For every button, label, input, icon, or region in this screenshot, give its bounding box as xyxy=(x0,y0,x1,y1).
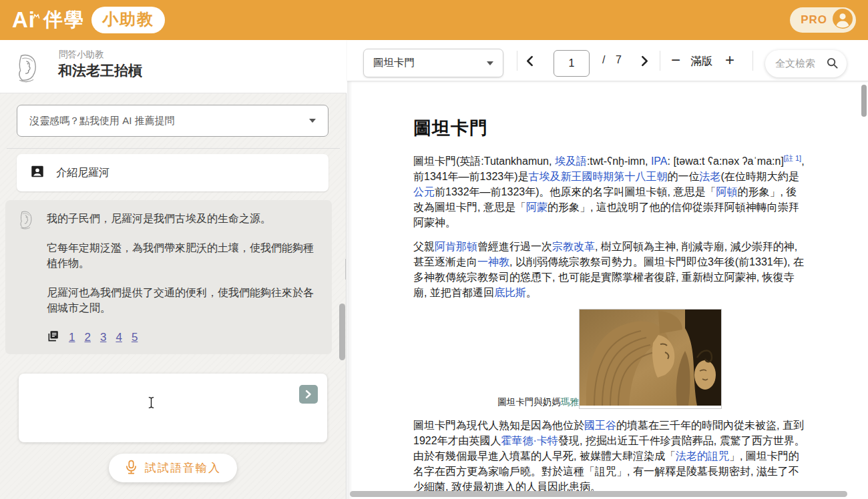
suggestion-dropdown-label: 沒靈感嗎？點我使用 AI 推薦提問 xyxy=(29,115,175,127)
viewer-toolbar: 圖坦卡門 / 7 − 滿版 + 全文檢索 xyxy=(347,40,868,81)
article-link[interactable]: 國王谷 xyxy=(584,420,616,431)
article-link[interactable]: 法老的詛咒 xyxy=(676,450,729,462)
document-select-label: 圖坦卡門 xyxy=(373,56,415,70)
assistant-title: 和法老王抬槓 xyxy=(58,61,142,80)
text-cursor-icon xyxy=(147,396,156,412)
zoom-out-button[interactable]: − xyxy=(670,49,682,71)
article-link[interactable]: IPA xyxy=(651,155,668,167)
logo-badge: 小助教 xyxy=(91,7,165,33)
user-message-card: 介紹尼羅河 xyxy=(17,154,329,191)
chat-input-area[interactable] xyxy=(19,374,327,442)
toolbar-divider xyxy=(517,51,517,71)
article-link[interactable]: [註 1] xyxy=(784,154,801,162)
fit-width-button[interactable]: 滿版 xyxy=(690,54,712,69)
toolbar-divider xyxy=(660,51,660,71)
article-paragraph-2: 父親阿肯那頓曾經進行過一次宗教改革, 樹立阿頓為主神, 削減寺廟, 減少崇拜的神… xyxy=(413,239,806,300)
chat-header: 問答小助教 和法老王抬槓 xyxy=(0,40,347,93)
app-header: Ai 伴學 小助教 PRO xyxy=(0,0,868,40)
pharaoh-avatar-small xyxy=(16,209,36,229)
chevron-down-icon xyxy=(487,61,493,65)
next-page-button[interactable] xyxy=(640,54,650,68)
article-link[interactable]: 新王國時期 xyxy=(561,171,614,182)
microphone-icon xyxy=(125,460,138,477)
page-edge-shadow xyxy=(347,81,353,499)
article-link[interactable]: 阿肯那頓 xyxy=(435,241,477,252)
article-link[interactable]: 霍華德·卡特 xyxy=(501,435,558,446)
logo-brand-text: 伴學 xyxy=(43,7,85,33)
ai-message-paragraph: 尼羅河也為我們提供了交通的便利，使我們能夠往來於各個城市之間。 xyxy=(47,285,317,316)
citation-link-4[interactable]: 4 xyxy=(116,331,122,344)
chat-divider xyxy=(7,148,340,149)
article-link[interactable]: 古埃及 xyxy=(529,171,561,182)
citation-link-5[interactable]: 5 xyxy=(132,331,138,344)
article-paragraph-1: 圖坦卡門(英語:Tutankhamun, 埃及語:twt-ʕnḫ-imn, IP… xyxy=(413,151,806,230)
article-link[interactable]: 宗教改革 xyxy=(552,241,595,252)
article-link[interactable]: 一神教 xyxy=(477,256,509,268)
chat-panel: 問答小助教 和法老王抬槓 沒靈感嗎？點我使用 AI 推薦提問 介紹尼羅河 我的子… xyxy=(0,40,347,499)
article-link[interactable]: 公元 xyxy=(413,186,435,197)
article-content: 圖坦卡門 圖坦卡門(英語:Tutankhamun, 埃及語:twt-ʕnḫ-im… xyxy=(413,116,806,499)
voice-input-button[interactable]: 試試語音輸入 xyxy=(109,454,237,482)
send-button[interactable] xyxy=(299,385,318,404)
document-viewer-panel: 圖坦卡門 / 7 − 滿版 + 全文檢索 圖坦卡門 圖坦卡門(英語:Tutank… xyxy=(347,40,868,499)
citation-link-3[interactable]: 3 xyxy=(100,331,106,344)
fulltext-search-button[interactable]: 全文檢索 xyxy=(765,50,847,77)
user-person-icon xyxy=(30,164,45,181)
page-separator: / xyxy=(602,54,605,66)
user-message-text: 介紹尼羅河 xyxy=(56,166,110,180)
logo-ai-mark: Ai xyxy=(12,7,35,33)
article-link[interactable]: 阿頓 xyxy=(716,186,737,197)
voice-button-label: 試試語音輸入 xyxy=(145,460,221,476)
tutankhamun-relief-image xyxy=(579,309,722,409)
article-paragraph-3: 圖坦卡門為現代人熟知是因為他位於國王谷的墳墓在三千年的時間內從未被盜, 直到19… xyxy=(413,418,806,494)
chat-scrollbar-thumb[interactable] xyxy=(339,304,345,360)
article-link[interactable]: 第十八王朝 xyxy=(614,171,668,182)
ai-message-paragraph: 它每年定期泛濫，為我們帶來肥沃的土壤，使我們能夠種植作物。 xyxy=(47,240,317,271)
pharaoh-avatar xyxy=(12,52,43,83)
citation-row: 1 2 3 4 5 xyxy=(47,330,317,345)
article-figure: 圖坦卡門與奶媽瑪雅 xyxy=(413,309,806,409)
app-logo: Ai 伴學 小助教 xyxy=(12,7,165,33)
document-page: 圖坦卡門 圖坦卡門(英語:Tutankhamun, 埃及語:twt-ʕnḫ-im… xyxy=(347,81,868,499)
figure-caption: 圖坦卡門與奶媽瑪雅 xyxy=(497,396,579,408)
document-vertical-scrollbar-thumb[interactable] xyxy=(861,85,867,117)
document-horizontal-scrollbar-thumb[interactable] xyxy=(350,491,847,497)
article-link[interactable]: 瑪雅 xyxy=(561,397,579,407)
article-link[interactable]: 阿蒙 xyxy=(526,201,548,213)
assistant-subtitle: 問答小助教 xyxy=(59,49,104,61)
ai-suggestion-dropdown[interactable]: 沒靈感嗎？點我使用 AI 推薦提問 xyxy=(17,105,329,137)
pro-account-button[interactable]: PRO xyxy=(790,7,856,33)
search-icon xyxy=(826,57,839,71)
previous-page-button[interactable] xyxy=(525,54,535,68)
zoom-in-button[interactable]: + xyxy=(724,49,736,71)
crown-icon xyxy=(33,9,40,21)
search-label: 全文檢索 xyxy=(775,57,815,70)
document-select-dropdown[interactable]: 圖坦卡門 xyxy=(363,49,503,77)
chevron-right-icon xyxy=(641,55,648,67)
article-link[interactable]: 埃及語 xyxy=(555,155,587,167)
pro-label: PRO xyxy=(801,13,827,27)
page-number-input[interactable] xyxy=(554,50,590,77)
article-link[interactable]: 底比斯 xyxy=(494,287,526,298)
sources-book-icon xyxy=(47,330,59,345)
page-total: 7 xyxy=(616,54,622,66)
article-link[interactable]: 法老 xyxy=(700,171,721,182)
toolbar-divider xyxy=(752,51,753,71)
chevron-down-icon xyxy=(309,119,316,123)
ai-message-bubble: 我的子民們，尼羅河是我們古埃及的生命之源。 它每年定期泛濫，為我們帶來肥沃的土壤… xyxy=(5,200,332,354)
ai-message-paragraph: 我的子民們，尼羅河是我們古埃及的生命之源。 xyxy=(47,211,317,226)
citation-link-2[interactable]: 2 xyxy=(84,331,90,344)
chevron-left-icon xyxy=(526,55,533,67)
account-avatar-icon xyxy=(833,9,853,31)
citation-link-1[interactable]: 1 xyxy=(69,331,75,344)
article-title: 圖坦卡門 xyxy=(413,116,806,140)
send-chevron-icon xyxy=(305,390,312,399)
